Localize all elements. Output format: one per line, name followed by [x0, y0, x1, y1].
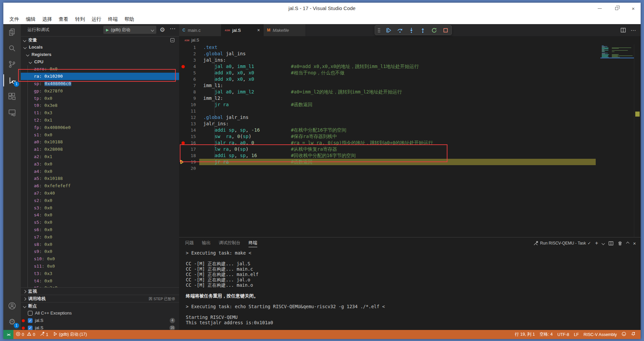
register-row[interactable]: a2: 0x1 — [21, 153, 179, 160]
panel-tab-调试控制台[interactable]: 调试控制台 — [219, 237, 240, 249]
more-actions-icon[interactable]: ⋯ — [631, 27, 636, 33]
register-row[interactable]: s3: 0x0 — [21, 204, 179, 212]
code-line[interactable]: 9imm_l2: — [179, 95, 641, 101]
menu-item-查看[interactable]: 查看 — [55, 14, 72, 24]
language-mode[interactable]: RISC-V Assembly — [581, 330, 619, 339]
register-row[interactable]: a4: 0x0 — [21, 168, 179, 175]
register-row[interactable]: a7: 0x40 — [21, 190, 179, 197]
code-line[interactable]: 18 addi sp, sp, 16 #回收栈中分配的16字节的空间 — [179, 152, 641, 159]
register-row[interactable]: a3: 0x0 — [21, 160, 179, 168]
menu-item-编辑[interactable]: 编辑 — [22, 14, 39, 24]
breakpoint-row[interactable]: All C++ Exceptions — [21, 310, 179, 317]
menu-item-转到[interactable]: 转到 — [72, 14, 88, 24]
menu-item-选择[interactable]: 选择 — [39, 14, 55, 24]
code-line[interactable]: 16 jalr ra, a0, 0 #ra = lw ra, 0(sp)指令的地… — [179, 140, 641, 146]
close-tab-icon[interactable]: × — [257, 27, 260, 33]
code-line[interactable]: 11 — [179, 108, 641, 114]
code-line[interactable]: 4 jal a0, imm_l1 #a0=add x0,x0,x0的地址，跳转到… — [179, 63, 641, 70]
feedback-button[interactable] — [619, 330, 629, 339]
cursor-position[interactable]: 行 19, 列 1 — [513, 330, 537, 339]
variables-section-header[interactable]: 变量 — [21, 36, 179, 44]
register-row[interactable]: t2: 0x1 — [21, 117, 179, 124]
breadcrumb[interactable]: ASM jal.S — [179, 36, 641, 44]
register-row[interactable]: s9: 0x0 — [21, 248, 179, 255]
launch-settings-gear-icon[interactable]: ⚙ — [160, 26, 165, 34]
breakpoint-checkbox[interactable] — [28, 311, 33, 316]
register-row[interactable]: s4: 0x0 — [21, 211, 179, 219]
minimap[interactable] — [600, 44, 634, 237]
sidebar-more-actions[interactable]: ⋯ — [170, 25, 176, 33]
register-row[interactable]: s5: 0x0 — [21, 219, 179, 226]
breakpoint-checkbox[interactable]: ✓ — [28, 326, 33, 330]
tab-main.c[interactable]: Cmain.c — [179, 24, 221, 36]
split-terminal-icon[interactable] — [608, 241, 613, 246]
menu-item-帮助[interactable]: 帮助 — [121, 14, 138, 24]
scope-row-cpu[interactable]: CPU — [21, 58, 179, 66]
code-editor[interactable]: 1.text2.global jal_ins3jal_ins:4 jal a0,… — [179, 44, 641, 237]
code-line[interactable]: 13jalr_ins: — [179, 121, 641, 127]
new-terminal-button[interactable]: + — [595, 240, 598, 246]
register-row[interactable]: t1: 0x3 — [21, 109, 179, 117]
code-line[interactable]: 14 addi sp, sp, -16 #在栈中分配16字节的空间 — [179, 127, 641, 133]
remote-indicator[interactable]: >< — [3, 330, 13, 339]
register-row[interactable]: a0: 0x10188 — [21, 138, 179, 146]
watch-section-header[interactable]: 监视 — [21, 287, 179, 295]
breakpoint-dot-icon[interactable] — [181, 65, 185, 68]
split-editor-icon[interactable] — [621, 27, 626, 33]
step-out-button[interactable] — [419, 27, 426, 33]
terminal-task-label[interactable]: Run RISCV-QEMU - Task ✓ — [533, 241, 591, 246]
restore-button[interactable] — [614, 6, 619, 11]
code-line[interactable]: 5 add x0, x0, x0 #相当于nop，什么也不做 — [179, 70, 641, 76]
register-row[interactable]: t5: 0x3e8 — [21, 284, 179, 287]
register-row[interactable]: a5: 0x10188 — [21, 175, 179, 182]
code-line[interactable]: 7imm_l1: — [179, 82, 641, 89]
maximize-panel-icon[interactable] — [626, 242, 630, 245]
stop-button[interactable] — [442, 27, 449, 33]
encoding[interactable]: UTF-8 — [555, 330, 572, 339]
register-row[interactable]: fp: 0x408006e0 — [21, 124, 179, 131]
activitybar-account[interactable] — [3, 298, 21, 314]
code-line[interactable]: 8 jal a0, imm_l2 #a0=imm_l2的地址，跳转到imm_l2… — [179, 89, 641, 95]
breakpoint-row[interactable]: ✓jal.S16 — [21, 324, 179, 330]
tab-jal.S[interactable]: ASMjal.S× — [221, 24, 264, 36]
indentation[interactable]: 空格: 4 — [537, 330, 555, 339]
activitybar-search[interactable] — [3, 40, 21, 56]
code-line[interactable]: 6 add x0, x0, x0 — [179, 76, 641, 82]
restart-button[interactable] — [431, 27, 437, 33]
toolbar-grip-handle[interactable] — [378, 28, 380, 32]
scope-row-registers[interactable]: Registers — [21, 51, 179, 58]
register-row[interactable]: s1: 0x0 — [21, 131, 179, 139]
register-row[interactable]: a6: 0xfefefeff — [21, 182, 179, 190]
trash-icon[interactable] — [618, 241, 623, 246]
register-row[interactable]: s7: 0x0 — [21, 233, 179, 241]
activitybar-extensions[interactable] — [3, 88, 21, 105]
launch-config-dropdown[interactable]: ▶ (gdb) 启动 — [103, 26, 156, 34]
register-row[interactable]: sp: 0x408006c0 — [21, 80, 179, 87]
code-line[interactable]: 20 — [179, 165, 641, 172]
register-row[interactable]: s11: 0x0 — [21, 263, 179, 270]
code-line[interactable]: 3jal_ins: — [179, 57, 641, 63]
start-debug-icon[interactable]: ▶ — [106, 28, 109, 32]
code-line[interactable]: 1.text — [179, 44, 641, 51]
breakpoint-row[interactable]: ✓jal.S4 — [21, 317, 179, 324]
eol[interactable]: LF — [572, 330, 581, 339]
breakpoints-section-header[interactable]: 断点 — [21, 302, 179, 310]
notifications-button[interactable] — [629, 330, 638, 339]
close-button[interactable]: × — [631, 6, 636, 11]
scope-row-locals[interactable]: Locals — [21, 44, 179, 51]
register-row[interactable]: s8: 0x0 — [21, 241, 179, 248]
code-line[interactable]: 19 jr ra #函数返回 — [179, 159, 641, 165]
tab-Makefile[interactable]: MMakefile — [264, 24, 306, 36]
register-row[interactable]: t4: 0x0 — [21, 277, 179, 285]
activitybar-settings[interactable]: ⚙ 1 — [3, 314, 21, 330]
continue-button[interactable] — [385, 27, 392, 33]
register-row[interactable]: zero: 0x0 — [21, 65, 179, 73]
step-into-button[interactable] — [408, 27, 415, 33]
code-line[interactable]: 12.global jalr_ins — [179, 114, 641, 121]
activitybar-explorer[interactable] — [3, 24, 21, 40]
close-panel-icon[interactable]: × — [633, 241, 636, 246]
register-row[interactable]: a1: 0x28008 — [21, 146, 179, 153]
activitybar-remote-explorer[interactable] — [3, 105, 21, 121]
panel-tab-输出[interactable]: 输出 — [202, 237, 211, 249]
terminal-output[interactable]: > Executing task: make < CC -[M] 正在构建...… — [179, 249, 641, 330]
